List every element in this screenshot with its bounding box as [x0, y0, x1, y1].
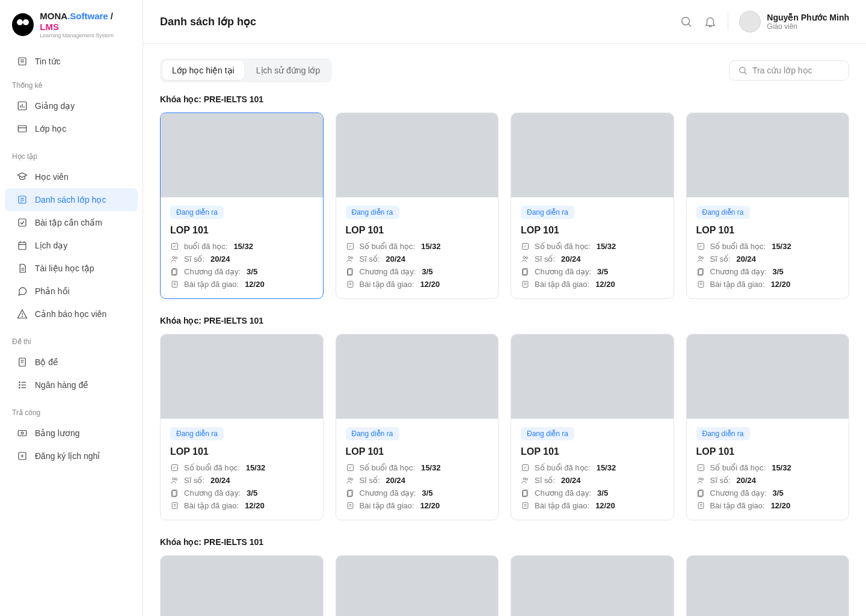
user-name: Nguyễn Phước Minh — [767, 13, 849, 22]
sidebar-heading: Học tập — [0, 147, 143, 165]
card-title: LOP 101 — [696, 446, 840, 457]
sidebar-item[interactable]: Học viên — [5, 165, 138, 188]
stat-chapters: Chương đã dạy:3/5 — [696, 488, 840, 497]
status-badge: Đang diễn ra — [521, 427, 574, 440]
sidebar-item[interactable]: Bài tập cần chấm — [5, 211, 138, 234]
svg-rect-56 — [523, 282, 528, 288]
svg-rect-96 — [698, 503, 704, 509]
tab[interactable]: Lịch sử đứng lớp — [247, 61, 330, 80]
svg-rect-72 — [172, 503, 177, 509]
sidebar-item[interactable]: Danh sách lớp học — [5, 188, 138, 211]
avatar — [739, 11, 761, 32]
sidebar-item-label: Bài tập cần chấm — [35, 218, 102, 227]
stat-size: Sĩ số:20/24 — [346, 476, 489, 485]
svg-point-44 — [348, 256, 350, 259]
svg-rect-10 — [19, 219, 26, 226]
sidebar-item[interactable]: Giảng dạy — [5, 94, 138, 117]
svg-rect-88 — [523, 503, 528, 509]
svg-point-77 — [351, 478, 352, 480]
sidebar-item[interactable]: Tài liệu học tập — [5, 257, 138, 280]
stat-size: Sĩ số:20/24 — [521, 254, 664, 263]
card-image — [511, 334, 674, 419]
main: Danh sách lớp học Nguyễn Phước Minh Giáo… — [143, 0, 866, 616]
leave-icon — [17, 451, 28, 461]
bell-icon[interactable] — [704, 15, 717, 28]
card-image — [161, 334, 323, 419]
svg-point-61 — [701, 257, 703, 259]
svg-point-22 — [19, 382, 20, 383]
svg-point-68 — [173, 478, 175, 480]
svg-point-31 — [682, 17, 690, 25]
card-title: LOP 101 — [521, 225, 664, 236]
warn-icon — [17, 309, 28, 319]
sidebar-item-label: Tin tức — [35, 57, 61, 66]
svg-point-24 — [19, 387, 20, 389]
svg-point-93 — [701, 478, 703, 480]
svg-point-92 — [698, 478, 701, 480]
class-card[interactable]: Đang diễn raLOP 101Số buổi đã học:15/32S… — [336, 112, 499, 299]
sidebar-item[interactable]: Bộ đề — [5, 351, 138, 374]
topbar: Danh sách lớp học Nguyễn Phước Minh Giáo… — [143, 0, 866, 44]
doc-icon — [17, 263, 28, 274]
sidebar-item-news[interactable]: Tin tức — [5, 50, 138, 73]
sidebar-item[interactable]: Lớp học — [5, 117, 138, 140]
stat-chapters: Chương đã dạy:3/5 — [521, 267, 664, 276]
logo-icon — [12, 13, 34, 36]
student-icon — [17, 171, 28, 182]
card-image — [336, 113, 499, 197]
logo[interactable]: MONA.Software / LMS Learning Management … — [0, 11, 143, 50]
class-card[interactable]: Đang diễn raLOP 101Số buổi đã học:15/32S… — [511, 555, 674, 616]
svg-point-84 — [523, 478, 526, 480]
class-card[interactable]: Đang diễn raLOP 101Số buổi đã học:15/32S… — [511, 334, 674, 520]
divider — [728, 13, 728, 30]
sidebar-item[interactable]: Phản hồi — [5, 280, 138, 303]
svg-point-45 — [351, 257, 352, 259]
class-card[interactable]: Đang diễn raLOP 101Số buổi đã học:15/32S… — [160, 334, 324, 520]
card-title: LOP 101 — [521, 446, 664, 457]
tab[interactable]: Lớp học hiện tại — [162, 61, 244, 80]
class-card[interactable]: Đang diễn raLOP 101Số buổi đã học:15/32S… — [511, 112, 674, 299]
course-heading: Khóa học: PRE-IELTS 101 — [160, 94, 849, 104]
status-badge: Đang diễn ra — [696, 206, 750, 219]
sidebar-item[interactable]: Bảng lương — [5, 422, 138, 445]
search-input[interactable]: Tra cứu lớp học — [729, 60, 849, 81]
sidebar-item-label: Học viên — [35, 172, 69, 182]
search-icon[interactable] — [680, 15, 693, 28]
feedback-icon — [17, 286, 28, 297]
svg-point-85 — [526, 478, 527, 480]
class-card[interactable]: Đang diễn raLOP 101Số buổi đã học:15/32S… — [336, 555, 499, 616]
sidebar: MONA.Software / LMS Learning Management … — [0, 0, 143, 616]
stat-homework: Bài tập đã giao:12/20 — [696, 280, 840, 289]
user-role: Giáo viên — [767, 22, 849, 31]
class-card[interactable]: Đang diễn raLOP 101Số buổi đã học:15/32S… — [686, 555, 850, 616]
stat-size: Sĩ số:20/24 — [521, 476, 664, 485]
sidebar-item[interactable]: Ngân hàng đề — [5, 374, 138, 396]
sidebar-item[interactable]: Cảnh báo học viên — [5, 303, 138, 325]
sidebar-item-label: Đăng ký lịch nghỉ — [35, 451, 100, 461]
card-title: LOP 101 — [170, 446, 313, 457]
stat-sessions: Số buổi đã học:15/32 — [170, 463, 313, 472]
svg-point-69 — [175, 478, 177, 480]
stat-sessions: Số buổi đã học:15/32 — [696, 463, 840, 472]
svg-line-34 — [745, 72, 746, 74]
user-menu[interactable]: Nguyễn Phước Minh Giáo viên — [739, 11, 849, 32]
stat-homework: Bài tập đã giao:12/20 — [521, 501, 664, 510]
class-card[interactable]: Đang diễn raLOP 101Số buổi đã học:15/32S… — [336, 334, 499, 520]
svg-point-76 — [348, 478, 350, 480]
class-card[interactable]: Đang diễn raLOP 101Số buổi đã học:15/32S… — [686, 112, 850, 299]
class-card[interactable]: Đang diễn raLOP 101buổi đã học:15/32Sĩ s… — [160, 112, 324, 299]
stat-sessions: Số buổi đã học:15/32 — [346, 463, 489, 472]
chart-icon — [17, 100, 28, 111]
class-card[interactable]: Đang diễn raLOP 101Số buổi đã học:15/32S… — [160, 555, 324, 616]
sidebar-item[interactable]: Đăng ký lịch nghỉ — [5, 445, 138, 467]
stat-size: Sĩ số:20/24 — [696, 476, 840, 485]
sidebar-item[interactable]: Lịch dạy — [5, 234, 138, 257]
stat-chapters: Chương đã dạy:3/5 — [170, 488, 313, 497]
svg-rect-64 — [698, 282, 704, 288]
logo-tagline: Learning Management System — [40, 32, 131, 39]
class-card[interactable]: Đang diễn raLOP 101Số buổi đã học:15/32S… — [686, 334, 850, 520]
status-badge: Đang diễn ra — [170, 206, 224, 219]
stat-homework: Bài tập đã giao:12/20 — [346, 280, 489, 289]
check-icon — [17, 217, 28, 228]
svg-rect-80 — [348, 503, 353, 509]
